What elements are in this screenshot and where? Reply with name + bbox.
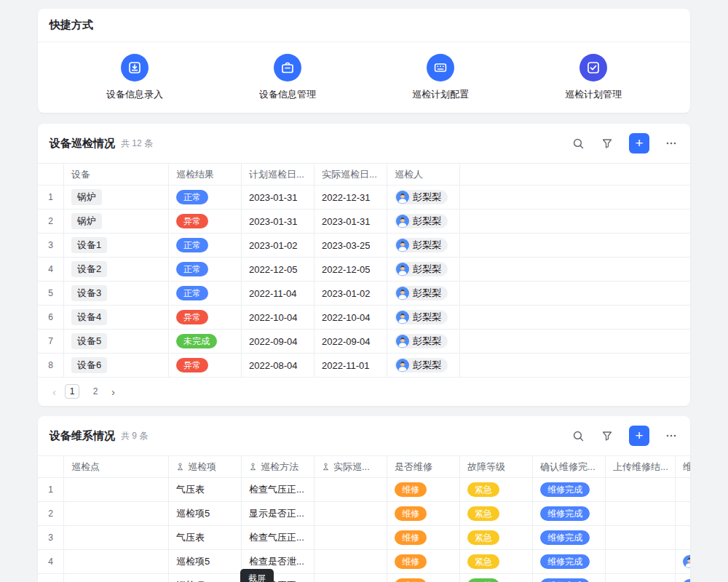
column-header[interactable]: 确认维修完... [533,456,606,477]
point-cell[interactable] [64,478,169,501]
inspector-cell[interactable]: 彭梨梨 [387,210,460,233]
actual-cell[interactable] [314,526,387,549]
column-header[interactable]: 巡检结果 [169,164,242,185]
result-cell[interactable]: 异常 [169,210,242,233]
column-header-partial[interactable]: 维 [676,456,690,477]
result-cell[interactable]: 异常 [169,354,242,377]
level-cell[interactable]: 一般 [460,574,533,582]
point-cell[interactable] [64,574,169,582]
actual-date-cell[interactable]: 2022-09-04 [314,330,387,353]
column-header[interactable]: 计划巡检日... [242,164,314,185]
device-cell[interactable]: 设备6 [64,354,169,377]
page-button-1[interactable]: 1 [65,384,79,399]
actual-cell[interactable] [314,478,387,501]
upload-cell[interactable] [606,574,676,582]
table-row[interactable]: 7设备5未完成2022-09-042022-09-04彭梨梨 [38,330,690,354]
plan-date-cell[interactable]: 2022-08-04 [242,354,314,377]
plan-date-cell[interactable]: 2022-11-04 [242,282,314,305]
column-header[interactable]: 巡检项 [169,456,242,477]
item-cell[interactable]: 巡检项5 [169,502,242,525]
plan-date-cell[interactable]: 2023-01-31 [242,210,314,233]
table-row[interactable]: 1锅炉正常2023-01-312022-12-31彭梨梨 [38,186,690,210]
table-row[interactable]: 1气压表检查气压正...维修紧急维修完成 [38,478,690,502]
shortcut-device-manage[interactable]: 设备信息管理 [211,54,364,101]
more-icon[interactable] [664,428,678,443]
column-header[interactable]: 巡检人 [387,164,460,185]
method-cell[interactable]: 显示是否正... [242,502,314,525]
device-cell[interactable]: 锅炉 [64,186,169,209]
result-cell[interactable]: 异常 [169,306,242,329]
device-cell[interactable]: 锅炉 [64,210,169,233]
table-row[interactable]: 4设备2正常2022-12-052022-12-05彭梨梨 [38,258,690,282]
confirm-cell[interactable]: 维修完成 [533,502,606,525]
plan-date-cell[interactable]: 2023-01-31 [242,186,314,209]
actual-cell[interactable] [314,574,387,582]
table-row[interactable]: 6设备4异常2022-10-042022-10-04彭梨梨 [38,306,690,330]
repair-cell[interactable]: 维修 [387,478,460,501]
add-record-button[interactable]: + [629,426,649,446]
inspector-cell[interactable]: 彭梨梨 [387,330,460,353]
actual-date-cell[interactable]: 2023-01-31 [314,210,387,233]
plan-date-cell[interactable]: 2023-01-02 [242,234,314,257]
repair-cell[interactable]: 维修 [387,574,460,582]
prev-page-button[interactable]: ‹ [52,386,56,397]
device-cell[interactable]: 设备4 [64,306,169,329]
table-row[interactable]: 5设备3正常2022-11-042023-01-02彭梨梨 [38,282,690,306]
item-cell[interactable]: 巡检项5 [169,550,242,573]
column-header[interactable]: 巡检点 [64,456,169,477]
table-row[interactable]: 2巡检项5显示是否正...维修紧急维修完成 [38,502,690,526]
next-page-button[interactable]: › [111,386,115,397]
repair-cell[interactable]: 维修 [387,502,460,525]
plan-date-cell[interactable]: 2022-09-04 [242,330,314,353]
shortcut-plan-config[interactable]: 巡检计划配置 [364,54,517,101]
upload-cell[interactable] [606,526,676,549]
plan-date-cell[interactable]: 2022-10-04 [242,306,314,329]
column-header[interactable]: 巡检方法 [242,456,314,477]
level-cell[interactable]: 紧急 [460,550,533,573]
actual-date-cell[interactable]: 2022-12-31 [314,186,387,209]
result-cell[interactable]: 正常 [169,282,242,305]
table-row[interactable]: 3设备1正常2023-01-022023-03-25彭梨梨 [38,234,690,258]
repair-cell[interactable]: 维修 [387,526,460,549]
confirm-cell[interactable]: 维修完成 [533,574,606,582]
level-cell[interactable]: 紧急 [460,478,533,501]
more-icon[interactable] [664,136,678,151]
upload-cell[interactable] [606,550,676,573]
inspector-cell[interactable]: 彭梨梨 [387,234,460,257]
point-cell[interactable] [64,550,169,573]
actual-date-cell[interactable]: 2023-03-25 [314,234,387,257]
inspector-cell[interactable]: 彭梨梨 [387,282,460,305]
table-row[interactable]: 3气压表检查气压正...维修紧急维修完成 [38,526,690,550]
plan-date-cell[interactable]: 2022-12-05 [242,258,314,281]
actual-date-cell[interactable]: 2022-10-04 [314,306,387,329]
search-icon[interactable] [571,428,585,443]
item-cell[interactable]: 气压表 [169,478,242,501]
device-cell[interactable]: 设备3 [64,282,169,305]
upload-cell[interactable] [606,502,676,525]
table-row[interactable]: 8设备6异常2022-08-042022-11-01彭梨梨 [38,354,690,378]
column-header[interactable]: 故障等级 [460,456,533,477]
inspector-cell[interactable]: 彭梨梨 [387,354,460,377]
add-record-button[interactable]: + [629,133,649,154]
actual-date-cell[interactable]: 2023-01-02 [314,282,387,305]
method-cell[interactable]: 检查气压正... [242,526,314,549]
inspector-cell[interactable]: 彭梨梨 [387,186,460,209]
filter-icon[interactable] [600,136,614,151]
method-cell[interactable]: 检查气压正... [242,478,314,501]
search-icon[interactable] [571,136,585,151]
column-header[interactable]: 实际巡检日... [314,164,387,185]
level-cell[interactable]: 紧急 [460,502,533,525]
item-cell[interactable]: 巡检项5 [169,574,242,582]
column-header[interactable]: 是否维修 [387,456,460,477]
device-cell[interactable]: 设备1 [64,234,169,257]
column-header[interactable]: 设备 [64,164,169,185]
level-cell[interactable]: 紧急 [460,526,533,549]
filter-icon[interactable] [600,428,614,443]
table-row[interactable]: 2锅炉异常2023-01-312023-01-31彭梨梨 [38,210,690,234]
confirm-cell[interactable]: 维修完成 [533,478,606,501]
device-cell[interactable]: 设备2 [64,258,169,281]
table-row[interactable]: 4巡检项5检查是否泄...维修紧急维修完成 [38,550,690,574]
actual-cell[interactable] [314,502,387,525]
confirm-cell[interactable]: 维修完成 [533,526,606,549]
page-button-2[interactable]: 2 [88,384,103,399]
